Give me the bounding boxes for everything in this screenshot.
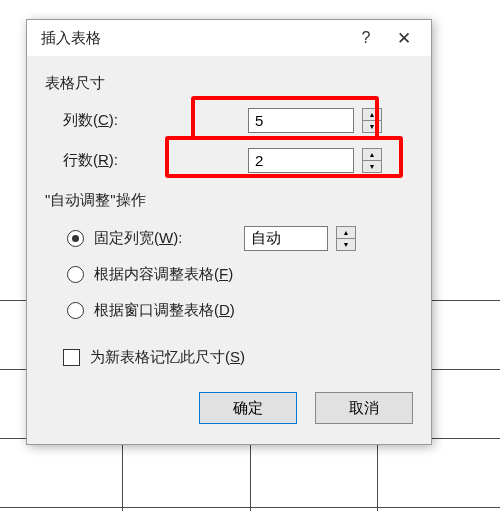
- rows-spin-up[interactable]: ▲: [363, 149, 381, 161]
- fixed-width-label: 固定列宽(W):: [94, 229, 244, 248]
- remember-dimensions-checkbox[interactable]: [63, 349, 80, 366]
- dialog-title: 插入表格: [41, 29, 347, 48]
- help-button[interactable]: ?: [347, 23, 385, 53]
- insert-table-dialog: 插入表格 ? ✕ 表格尺寸 列数(C): ▲ ▼ 行数(R): ▲ ▼: [26, 19, 432, 445]
- autofit-section-label: "自动调整"操作: [45, 191, 413, 210]
- autofit-contents-radio[interactable]: [67, 266, 84, 283]
- dialog-titlebar[interactable]: 插入表格 ? ✕: [27, 20, 431, 56]
- rows-input[interactable]: [248, 148, 354, 173]
- cancel-button[interactable]: 取消: [315, 392, 413, 424]
- columns-spin-up[interactable]: ▲: [363, 109, 381, 121]
- columns-input[interactable]: [248, 108, 354, 133]
- close-button[interactable]: ✕: [385, 23, 423, 53]
- columns-spin-down[interactable]: ▼: [363, 121, 381, 132]
- remember-dimensions-label: 为新表格记忆此尺寸(S): [90, 348, 245, 367]
- autofit-window-label: 根据窗口调整表格(D): [94, 301, 235, 320]
- fixed-width-spin-up[interactable]: ▲: [337, 227, 355, 239]
- table-size-label: 表格尺寸: [45, 74, 413, 93]
- ok-button[interactable]: 确定: [199, 392, 297, 424]
- columns-label: 列数(C):: [45, 111, 248, 130]
- autofit-contents-label: 根据内容调整表格(F): [94, 265, 233, 284]
- autofit-window-radio[interactable]: [67, 302, 84, 319]
- rows-spin-down[interactable]: ▼: [363, 161, 381, 172]
- rows-label: 行数(R):: [45, 151, 248, 170]
- fixed-width-spin-down[interactable]: ▼: [337, 239, 355, 250]
- fixed-width-value-select[interactable]: 自动: [244, 226, 328, 251]
- fixed-width-radio[interactable]: [67, 230, 84, 247]
